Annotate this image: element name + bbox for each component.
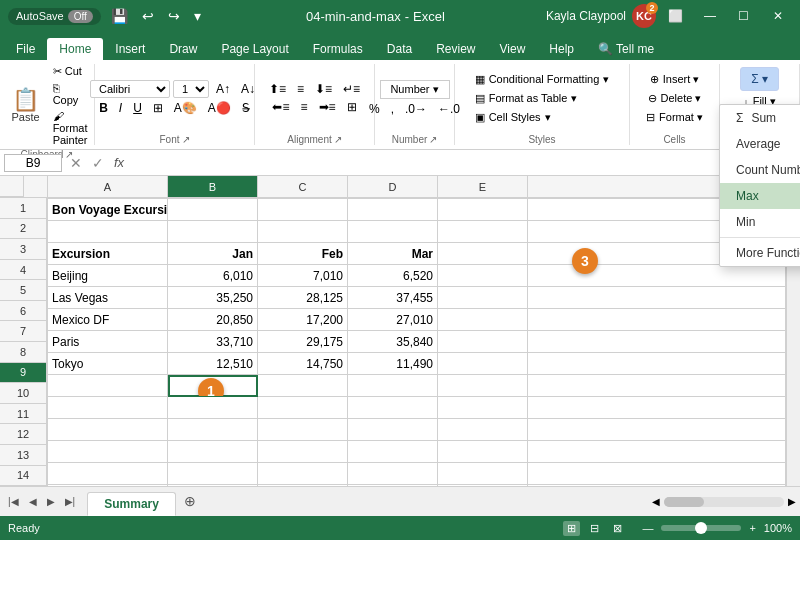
- zoom-in-button[interactable]: +: [745, 522, 759, 534]
- tab-review[interactable]: Review: [424, 38, 487, 60]
- font-expand-icon[interactable]: ↗: [182, 134, 190, 145]
- cell-B4[interactable]: 6,010: [168, 265, 258, 287]
- cell-D12[interactable]: [348, 441, 438, 463]
- cell-E13[interactable]: [438, 463, 528, 485]
- bold-button[interactable]: B: [95, 100, 112, 116]
- autosave-state[interactable]: Off: [68, 10, 93, 23]
- row-header-13[interactable]: 13: [0, 445, 47, 466]
- tab-search[interactable]: 🔍 Tell me: [586, 38, 666, 60]
- row-header-2[interactable]: 2: [0, 219, 47, 240]
- cell-D9[interactable]: [348, 375, 438, 397]
- more-functions-option[interactable]: More Functions...: [720, 240, 800, 266]
- tab-file[interactable]: File: [4, 38, 47, 60]
- cell-D5[interactable]: 37,455: [348, 287, 438, 309]
- last-sheet-button[interactable]: ▶|: [61, 494, 80, 509]
- wrap-text-button[interactable]: ↵≡: [339, 81, 364, 97]
- cell-B12[interactable]: [168, 441, 258, 463]
- zoom-level[interactable]: 100%: [764, 522, 792, 534]
- scroll-left-button[interactable]: ◀: [652, 496, 660, 507]
- tab-page-layout[interactable]: Page Layout: [209, 38, 300, 60]
- cell-D1[interactable]: [348, 199, 438, 221]
- cell-E14[interactable]: [438, 485, 528, 486]
- font-color-button[interactable]: A🔴: [204, 100, 235, 116]
- cell-reference-box[interactable]: B9: [4, 154, 62, 172]
- row-header-4[interactable]: 4: [0, 260, 47, 281]
- cell-B13[interactable]: [168, 463, 258, 485]
- first-sheet-button[interactable]: |◀: [4, 494, 23, 509]
- cell-D10[interactable]: [348, 397, 438, 419]
- maximize-button[interactable]: ☐: [730, 2, 758, 30]
- cell-B10[interactable]: [168, 397, 258, 419]
- cell-A3[interactable]: Excursion: [48, 243, 168, 265]
- user-avatar[interactable]: KC 2: [632, 4, 656, 28]
- cell-E11[interactable]: [438, 419, 528, 441]
- cell-C6[interactable]: 17,200: [258, 309, 348, 331]
- cell-C9[interactable]: [258, 375, 348, 397]
- number-expand-icon[interactable]: ↗: [429, 134, 437, 145]
- autosave-toggle[interactable]: AutoSave Off: [8, 8, 101, 25]
- cell-D11[interactable]: [348, 419, 438, 441]
- align-bottom-button[interactable]: ⬇≡: [311, 81, 336, 97]
- close-button[interactable]: ✕: [764, 2, 792, 30]
- page-layout-view-button[interactable]: ⊟: [586, 521, 603, 536]
- row-header-11[interactable]: 11: [0, 404, 47, 425]
- tab-insert[interactable]: Insert: [103, 38, 157, 60]
- col-header-D[interactable]: D: [348, 176, 438, 198]
- customize-icon[interactable]: ▾: [190, 6, 205, 26]
- format-button[interactable]: ⊟ Format ▾: [638, 109, 711, 126]
- cell-C5[interactable]: 28,125: [258, 287, 348, 309]
- average-option[interactable]: Average: [720, 131, 800, 157]
- sheet-tab-summary[interactable]: Summary: [87, 492, 176, 516]
- cell-C14[interactable]: [258, 485, 348, 486]
- align-top-button[interactable]: ⬆≡: [265, 81, 290, 97]
- minimize-button[interactable]: —: [696, 2, 724, 30]
- cell-B8[interactable]: 12,510: [168, 353, 258, 375]
- cell-A14[interactable]: [48, 485, 168, 486]
- cell-A9[interactable]: [48, 375, 168, 397]
- cell-C8[interactable]: 14,750: [258, 353, 348, 375]
- cell-E4[interactable]: [438, 265, 528, 287]
- cell-D14[interactable]: [348, 485, 438, 486]
- next-sheet-button[interactable]: ▶: [43, 494, 59, 509]
- insert-button[interactable]: ⊕ Insert ▾: [642, 71, 708, 88]
- copy-button[interactable]: ⎘ Copy: [50, 81, 91, 107]
- alignment-expand-icon[interactable]: ↗: [334, 134, 342, 145]
- cell-E5[interactable]: [438, 287, 528, 309]
- align-center-button[interactable]: ≡: [296, 99, 311, 115]
- cell-C12[interactable]: [258, 441, 348, 463]
- align-left-button[interactable]: ⬅≡: [268, 99, 293, 115]
- cell-A6[interactable]: Mexico DF: [48, 309, 168, 331]
- cell-D3[interactable]: Mar: [348, 243, 438, 265]
- page-break-view-button[interactable]: ⊠: [609, 521, 626, 536]
- row-header-14[interactable]: 14: [0, 466, 47, 486]
- row-header-3[interactable]: 3: [0, 239, 47, 260]
- tab-view[interactable]: View: [488, 38, 538, 60]
- cell-D2[interactable]: [348, 221, 438, 243]
- add-sheet-button[interactable]: ⊕: [178, 489, 202, 513]
- underline-button[interactable]: U: [129, 100, 146, 116]
- zoom-slider[interactable]: [661, 525, 741, 531]
- cell-B2[interactable]: [168, 221, 258, 243]
- row-header-7[interactable]: 7: [0, 321, 47, 342]
- cell-B6[interactable]: 20,850: [168, 309, 258, 331]
- normal-view-button[interactable]: ⊞: [563, 521, 580, 536]
- cell-styles-button[interactable]: ▣ Cell Styles ▾: [467, 109, 559, 126]
- cell-D8[interactable]: 11,490: [348, 353, 438, 375]
- tab-draw[interactable]: Draw: [157, 38, 209, 60]
- save-icon[interactable]: 💾: [107, 6, 132, 26]
- row-header-5[interactable]: 5: [0, 280, 47, 301]
- row-header-12[interactable]: 12: [0, 424, 47, 445]
- ribbon-toggle-button[interactable]: ⬜: [662, 2, 690, 30]
- cell-A5[interactable]: Las Vegas: [48, 287, 168, 309]
- row-header-1[interactable]: 1: [0, 198, 47, 219]
- align-right-button[interactable]: ➡≡: [315, 99, 340, 115]
- cell-C1[interactable]: [258, 199, 348, 221]
- cell-C7[interactable]: 29,175: [258, 331, 348, 353]
- cell-A2[interactable]: [48, 221, 168, 243]
- cell-C10[interactable]: [258, 397, 348, 419]
- cell-E7[interactable]: [438, 331, 528, 353]
- row-header-8[interactable]: 8: [0, 342, 47, 363]
- sum-option[interactable]: Σ Sum: [720, 105, 800, 131]
- cell-C3[interactable]: Feb: [258, 243, 348, 265]
- conditional-formatting-button[interactable]: ▦ Conditional Formatting ▾: [467, 71, 618, 88]
